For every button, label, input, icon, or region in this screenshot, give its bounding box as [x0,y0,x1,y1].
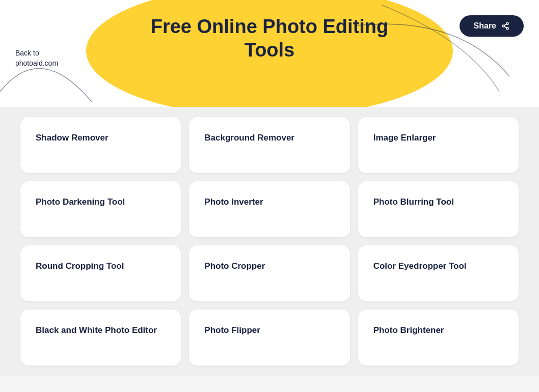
tool-card-label: Photo Cropper [204,261,265,272]
tool-card[interactable]: Photo Darkening Tool [20,181,181,237]
tool-card[interactable]: Image Enlarger [358,117,519,173]
tool-card-label: Color Eyedropper Tool [373,261,467,272]
page-title: Free Online Photo Editing Tools [142,15,397,62]
tool-card-label: Photo Brightener [373,325,444,337]
tool-card-label: Round Cropping Tool [36,261,124,272]
back-link[interactable]: Back to photoaid.com [15,48,58,68]
tool-card-label: Background Remover [204,132,294,144]
tool-card[interactable]: Photo Cropper [189,245,349,301]
share-button[interactable]: Share [460,15,524,37]
tool-card[interactable]: Round Cropping Tool [20,245,181,301]
tool-card-label: Photo Darkening Tool [36,197,125,208]
tool-card[interactable]: Black and White Photo Editor [20,310,181,366]
tool-card[interactable]: Photo Brightener [358,310,519,366]
tool-card-label: Photo Inverter [204,197,263,208]
share-icon [501,22,509,30]
tool-card[interactable]: Background Remover [189,117,349,173]
tool-card-label: Photo Blurring Tool [373,197,454,208]
header: Back to photoaid.com Free Online Photo E… [0,0,539,107]
tool-card[interactable]: Photo Blurring Tool [358,181,519,237]
svg-line-3 [504,26,507,28]
title-line2: Tools [245,39,295,61]
title-line1: Free Online Photo Editing [151,16,389,37]
tool-card-label: Image Enlarger [373,132,436,144]
tool-card[interactable]: Photo Inverter [189,181,349,237]
svg-line-4 [504,24,507,25]
tool-card-label: Photo Flipper [204,325,260,337]
share-label: Share [474,21,496,31]
tool-card[interactable]: Shadow Remover [20,117,181,173]
tools-grid: Shadow RemoverBackground RemoverImage En… [0,107,539,376]
tool-card-label: Black and White Photo Editor [36,325,157,337]
tool-card-label: Shadow Remover [36,132,109,144]
tool-card[interactable]: Photo Flipper [189,310,349,366]
tool-card[interactable]: Color Eyedropper Tool [358,245,519,301]
